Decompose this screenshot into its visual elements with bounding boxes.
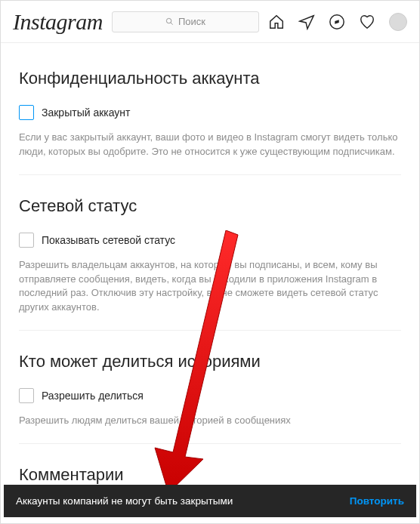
svg-marker-3	[335, 20, 339, 24]
private-account-checkbox[interactable]	[19, 105, 34, 120]
story-share-label: Разрешить делиться	[42, 390, 144, 402]
section-title-privacy: Конфиденциальность аккаунта	[19, 69, 401, 88]
story-share-checkbox[interactable]	[19, 388, 34, 403]
private-account-label: Закрытый аккаунт	[42, 106, 131, 119]
search-icon	[165, 17, 174, 26]
retry-button[interactable]: Повторить	[350, 495, 404, 507]
activity-status-checkbox[interactable]	[19, 233, 34, 248]
svg-line-1	[171, 23, 173, 25]
private-account-description: Если у вас закрытый аккаунт, ваши фото и…	[19, 131, 401, 159]
story-share-description: Разрешить людям делиться вашей историей …	[19, 414, 401, 428]
error-toast: Аккаунты компаний не могут быть закрытым…	[4, 485, 416, 517]
activity-status-description: Разрешить владельцам аккаунтов, на котор…	[19, 258, 401, 315]
messages-icon[interactable]	[298, 14, 315, 30]
instagram-logo[interactable]: Instagram	[13, 9, 103, 35]
search-placeholder: Поиск	[178, 16, 205, 27]
svg-point-0	[166, 18, 171, 23]
section-activity: Сетевой статус Показывать сетевой статус…	[19, 175, 401, 331]
search-input[interactable]: Поиск	[112, 11, 259, 32]
private-account-row[interactable]: Закрытый аккаунт	[19, 105, 401, 120]
nav-icons	[268, 13, 407, 31]
toast-message: Аккаунты компаний не могут быть закрытым…	[16, 495, 233, 507]
app-header: Instagram Поиск	[1, 1, 419, 43]
activity-status-label: Показывать сетевой статус	[42, 234, 175, 246]
section-title-story: Кто может делиться историями	[19, 352, 401, 371]
avatar[interactable]	[389, 13, 407, 31]
settings-content: Конфиденциальность аккаунта Закрытый акк…	[1, 43, 419, 524]
explore-icon[interactable]	[329, 14, 345, 30]
section-title-comments: Комментарии	[19, 465, 401, 485]
activity-status-row[interactable]: Показывать сетевой статус	[19, 233, 401, 248]
section-story: Кто может делиться историями Разрешить д…	[19, 331, 401, 444]
section-privacy: Конфиденциальность аккаунта Закрытый акк…	[19, 48, 401, 175]
home-icon[interactable]	[268, 14, 285, 30]
story-share-row[interactable]: Разрешить делиться	[19, 388, 401, 403]
activity-icon[interactable]	[359, 14, 375, 30]
section-title-activity: Сетевой статус	[19, 196, 401, 216]
